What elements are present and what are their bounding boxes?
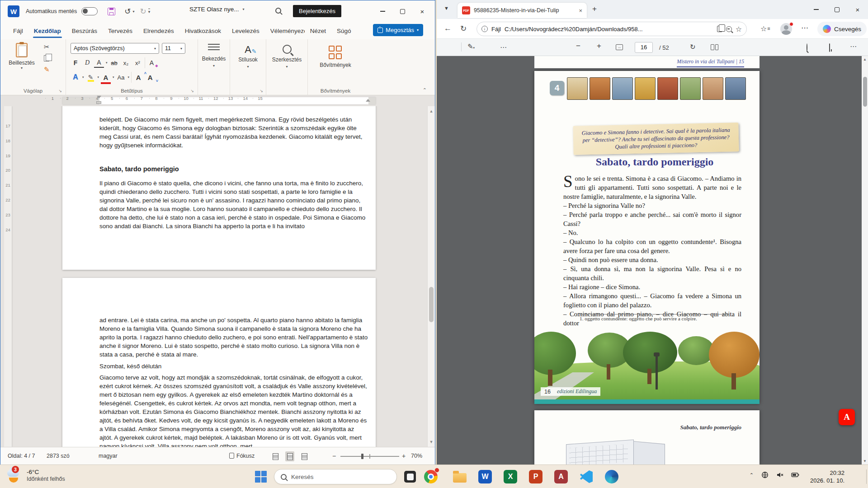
battery-icon[interactable] [791, 471, 799, 479]
indent-marker-left[interactable] [97, 96, 101, 99]
quick-access-chevron-icon[interactable]: ▾ [148, 9, 151, 14]
tab-actions-chevron-icon[interactable]: ▼ [444, 5, 449, 11]
tab-help[interactable]: Súgó [331, 24, 357, 38]
styles-button[interactable]: A✎ Stílusok ▾ [230, 44, 266, 69]
edge-scrollbar[interactable]: ▲ ▼ [862, 56, 868, 465]
scrollbar-thumb[interactable] [863, 77, 867, 107]
cut-icon[interactable]: ✂ [44, 43, 50, 51]
document-page-1[interactable]: belépett. De Giacomo már nem figyelt, me… [62, 106, 376, 270]
browser-tab[interactable]: PDF 95886235-Mistero-in-via-Dei-Tulip × [458, 3, 587, 18]
scroll-down-icon[interactable]: ▼ [428, 440, 435, 444]
grow-font-button[interactable]: A˄ [133, 72, 143, 82]
hidden-icons-chevron-icon[interactable]: ⌃ [750, 472, 754, 478]
tab-layout[interactable]: Elrendezés [138, 24, 179, 38]
clock[interactable]: 20:32 2026. 01. 10. [810, 469, 844, 484]
acrobat-button[interactable]: A [839, 409, 855, 425]
tab-design[interactable]: Tervezés [103, 24, 138, 38]
strikethrough-button[interactable]: ab [109, 58, 119, 68]
copilot-button[interactable]: Csevegés [817, 22, 867, 36]
print-layout-button[interactable] [285, 451, 294, 461]
info-icon[interactable]: i [481, 26, 488, 32]
rotate-icon[interactable]: ↻ [690, 43, 696, 51]
autosave-toggle[interactable] [81, 7, 98, 15]
zoom-slider-thumb[interactable] [361, 454, 363, 459]
undo-icon[interactable]: ↺ [124, 7, 131, 16]
paragraph[interactable]: Giacomo terve az volt, hogy azt mondják … [99, 373, 369, 447]
web-layout-button[interactable] [300, 451, 309, 461]
document-title-dropdown[interactable]: SZTE Olasz nye... ▾ [189, 6, 257, 13]
change-case-button[interactable]: Aa [116, 72, 126, 82]
task-view-button[interactable] [402, 469, 418, 484]
annotate-pen-icon[interactable]: ✎▾ [467, 42, 475, 51]
indent-marker-left-box[interactable] [96, 101, 101, 104]
pdf-viewport[interactable]: Mistero in via dei Tulipani | 15 4 Giaco… [437, 56, 868, 465]
zoom-out-icon[interactable]: − [576, 42, 580, 51]
search-icon[interactable] [275, 8, 281, 14]
tab-home[interactable]: Kezdőlap [28, 24, 66, 38]
word-taskbar-button[interactable]: W [477, 469, 493, 484]
redo-icon[interactable]: ↻ [140, 7, 146, 16]
volume-muted-icon[interactable] [776, 471, 783, 479]
share-button[interactable]: Megosztás ▾ [373, 24, 423, 36]
tab-mailings[interactable]: Levelezés [226, 24, 265, 38]
chevron-down-icon[interactable]: ▾ [106, 61, 108, 65]
close-tab-icon[interactable]: × [579, 7, 582, 14]
zoom-indicator-icon[interactable] [726, 26, 732, 32]
settings-menu-icon[interactable]: ⋯ [801, 23, 809, 32]
favorites-list-icon[interactable]: ☆ [760, 24, 770, 33]
scroll-down-icon[interactable]: ▼ [862, 459, 868, 463]
clear-formatting-button[interactable]: A [147, 58, 157, 68]
paragraph[interactable]: Il piano di Giacomo è stato quella, che … [99, 179, 369, 230]
maximize-button[interactable] [826, 0, 847, 19]
toolbar-more-icon[interactable]: ⋯ [500, 43, 507, 52]
minimize-button[interactable] [373, 0, 392, 22]
file-explorer-button[interactable] [452, 469, 467, 484]
indent-marker-right[interactable] [366, 99, 370, 102]
zoom-in-button[interactable]: + [402, 452, 406, 460]
italic-button[interactable]: D [82, 58, 92, 68]
zoom-in-icon[interactable]: + [597, 42, 601, 51]
heading[interactable]: Sabato, tardo pomeriggio [99, 165, 369, 174]
copy-icon[interactable] [44, 55, 49, 61]
focus-mode-button[interactable]: Fókusz [229, 453, 255, 459]
edge-taskbar-button[interactable] [604, 469, 619, 484]
chevron-down-icon[interactable]: ▾ [113, 75, 114, 79]
vertical-ruler[interactable]: 1718192021222324 [4, 106, 12, 447]
signin-button[interactable]: Bejelentkezés [293, 5, 341, 17]
taskbar-search[interactable]: Keresés [274, 469, 397, 484]
access-taskbar-button[interactable]: A [553, 469, 569, 484]
page-layout-icon[interactable] [711, 44, 718, 50]
styles-dialog-launcher[interactable]: ↘ [259, 89, 263, 93]
addins-button[interactable]: Bővítmények [308, 44, 363, 68]
font-name-combo[interactable]: Aptos (Szövegtörzs) ▾ [71, 43, 159, 54]
highlight-button[interactable]: ✎ [88, 74, 94, 81]
weather-widget[interactable]: 3 -6°C Időnként felhős [6, 467, 65, 483]
bold-button[interactable]: F [71, 58, 80, 68]
zoom-level[interactable]: 70% [411, 453, 422, 459]
undo-chevron-icon[interactable]: ▾ [133, 9, 135, 14]
subheading[interactable]: Szombat, késő délután [99, 362, 369, 371]
read-mode-button[interactable] [271, 451, 280, 461]
tab-references[interactable]: Hivatkozások [179, 24, 226, 38]
tab-file[interactable]: Fájl [8, 24, 28, 38]
paste-button[interactable]: Beillesztés ▾ [8, 43, 36, 70]
zoom-out-button[interactable]: − [332, 452, 336, 460]
tab-review[interactable]: Véleményezés [265, 24, 305, 38]
close-button[interactable]: × [847, 0, 868, 19]
document-area[interactable]: 1718192021222324 belépett. De Giacomo má… [0, 106, 435, 447]
clipboard-dialog-launcher[interactable]: ↘ [58, 89, 62, 93]
back-icon[interactable]: ← [444, 24, 452, 33]
close-button[interactable]: × [412, 0, 432, 22]
editing-button[interactable]: Szerkesztés ▾ [266, 44, 307, 69]
underline-button[interactable]: A [94, 58, 104, 68]
language-indicator[interactable]: magyar [99, 453, 118, 459]
powerpoint-taskbar-button[interactable]: P [528, 469, 543, 484]
search-document-icon[interactable] [807, 44, 807, 52]
scroll-up-icon[interactable]: ▲ [862, 57, 868, 61]
word-scrollbar[interactable]: ▲ ▼ [427, 106, 435, 447]
translate-icon[interactable] [717, 26, 722, 32]
paragraph[interactable]: ad entrare. Lei è stata carina, ma anche… [99, 316, 369, 359]
start-button[interactable] [253, 469, 269, 484]
address-bar[interactable]: i Fájl C:/Users/Novográdecz%20Damján/Dow… [476, 22, 747, 36]
maximize-button[interactable] [392, 0, 412, 22]
